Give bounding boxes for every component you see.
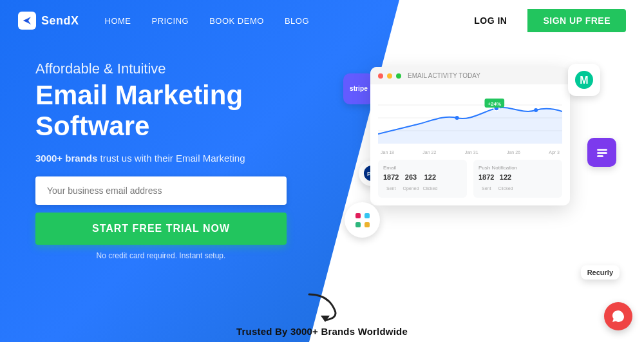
- stat-push-sent: 1872 Sent: [478, 173, 494, 193]
- no-cc-text: No credit card required. Instant setup.: [35, 251, 287, 260]
- hero-title: Email Marketing Software: [35, 80, 345, 142]
- dash-header: EMAIL ACTIVITY TODAY: [370, 67, 570, 84]
- trusted-section: Trusted By 3000+ Brands Worldwide: [236, 291, 408, 337]
- stat-email-label: Email: [383, 165, 462, 171]
- trusted-arrow: [296, 291, 348, 323]
- trial-button[interactable]: START FREE TRIAL NOW: [35, 213, 287, 245]
- recurly-icon: Recurly: [581, 265, 620, 280]
- hero-subtitle: Affordable & Intuitive: [35, 61, 345, 77]
- signup-button[interactable]: SIGN UP FREE: [527, 9, 626, 32]
- dash-body: +24% Jan 18Jan 22Jan 31Jan 26Apr 3 Email…: [370, 84, 570, 205]
- hero-content: Affordable & Intuitive Email Marketing S…: [35, 54, 345, 260]
- svg-text:stripe: stripe: [350, 86, 368, 93]
- stat-email-sent: 1872 Sent: [383, 173, 399, 193]
- svg-rect-20: [597, 152, 607, 154]
- stat-push: Push Notification 1872 Sent 122 Clicked: [473, 160, 562, 198]
- hero-trust: 3000+ brands trust us with their Email M…: [35, 153, 345, 164]
- stat-push-label: Push Notification: [478, 165, 557, 171]
- svg-rect-15: [365, 222, 370, 227]
- svg-point-9: [534, 108, 538, 112]
- stats-row: Email 1872 Sent 263 Opened 122: [378, 160, 562, 198]
- nav-actions: LOG IN SIGN UP FREE: [453, 9, 626, 32]
- svg-rect-19: [597, 149, 607, 151]
- stat-push-numbers: 1872 Sent 122 Clicked: [478, 173, 557, 193]
- trusted-text: Trusted By 3000+ Brands Worldwide: [236, 326, 408, 337]
- chat-button[interactable]: [604, 302, 632, 330]
- stripe-icon: stripe: [343, 73, 374, 104]
- hero-visual: stripe P P EMAIL ACTIVITY TODAY: [332, 54, 626, 325]
- svg-text:M: M: [580, 75, 588, 86]
- svg-point-7: [455, 116, 459, 120]
- logo-text: SendX: [41, 14, 79, 28]
- nav-home[interactable]: HOME: [105, 16, 131, 26]
- nav-blog[interactable]: BLOG: [285, 16, 309, 26]
- stat-email: Email 1872 Sent 263 Opened 122: [378, 160, 467, 198]
- nav-pricing[interactable]: PRICING: [152, 16, 189, 26]
- svg-rect-12: [355, 213, 361, 218]
- login-button[interactable]: LOG IN: [453, 9, 527, 32]
- svg-rect-21: [597, 155, 603, 157]
- navbar: SendX HOME PRICING BOOK DEMO BLOG LOG IN…: [0, 0, 644, 41]
- dashboard-mockup: EMAIL ACTIVITY TODAY: [370, 67, 570, 205]
- svg-rect-13: [365, 213, 370, 218]
- logo-icon: [18, 12, 36, 30]
- stat-email-numbers: 1872 Sent 263 Opened 122 Clicked: [383, 173, 462, 193]
- purple-brand-icon: [587, 138, 616, 167]
- dash-title: EMAIL ACTIVITY TODAY: [408, 72, 480, 79]
- green-brand-icon: M: [568, 64, 600, 96]
- svg-rect-14: [355, 222, 361, 227]
- stat-email-clicked: 122 Clicked: [422, 173, 437, 193]
- stat-push-clicked: 122 Clicked: [498, 173, 513, 193]
- logo[interactable]: SendX: [18, 12, 79, 30]
- nav-links: HOME PRICING BOOK DEMO BLOG: [105, 15, 309, 26]
- chart-area: +24%: [378, 92, 562, 144]
- nav-book-demo[interactable]: BOOK DEMO: [209, 16, 264, 26]
- stat-email-opened: 263 Opened: [402, 173, 419, 193]
- svg-text:+24%: +24%: [488, 101, 501, 107]
- email-input[interactable]: [35, 176, 287, 205]
- slack-icon: [345, 202, 380, 238]
